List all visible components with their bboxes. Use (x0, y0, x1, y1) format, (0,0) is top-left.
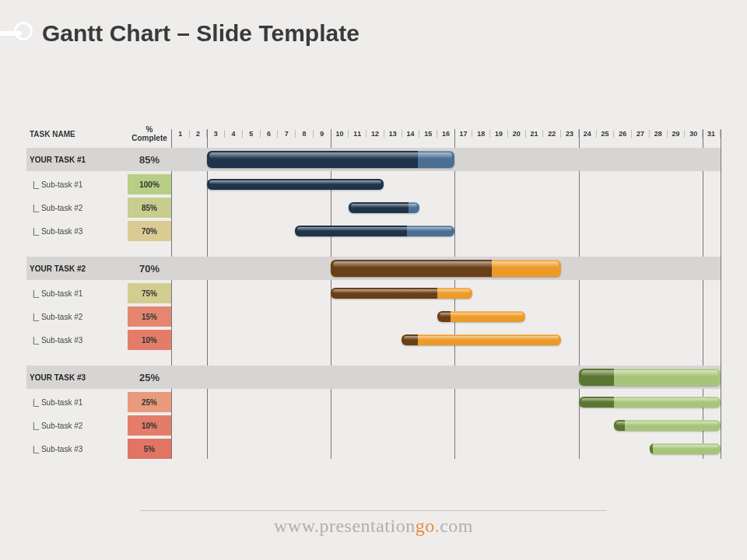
day-header: 27 (631, 130, 649, 138)
bar-area (171, 257, 721, 280)
gantt-bar-sub (295, 226, 454, 236)
gantt-bar-sub (437, 311, 526, 322)
day-header: 12 (366, 130, 384, 138)
day-header: 17 (454, 130, 472, 138)
subtask-row: |_ Sub-task #370% (26, 221, 721, 241)
pct-cell: 70% (128, 257, 171, 280)
day-header: 18 (472, 130, 489, 138)
task-name: |_ Sub-task #1 (26, 180, 128, 189)
pct-cell: 15% (128, 306, 171, 327)
gantt-bar-parent (207, 151, 455, 168)
day-header: 30 (684, 130, 702, 138)
day-header: 21 (525, 130, 543, 138)
task-name: YOUR TASK #3 (26, 373, 128, 382)
gantt-bar-sub (579, 397, 721, 408)
footer-url: www.presentationgo.com (0, 516, 747, 537)
day-header: 9 (313, 130, 331, 138)
slide-header: Gantt Chart – Slide Template (0, 17, 359, 50)
gantt-bar-sub (207, 179, 384, 190)
gridline (721, 129, 721, 459)
task-name: |_ Sub-task #1 (26, 398, 128, 407)
footer-text-post: .com (435, 516, 473, 536)
day-header: 16 (437, 130, 454, 138)
task-name: |_ Sub-task #1 (26, 289, 128, 298)
task-name: |_ Sub-task #3 (26, 336, 128, 345)
day-header: 1 (171, 130, 189, 138)
bar-area (171, 330, 721, 350)
bar-area (171, 306, 721, 327)
subtask-row: |_ Sub-task #175% (26, 283, 721, 303)
subtask-row: |_ Sub-task #35% (26, 439, 721, 459)
task-name: YOUR TASK #1 (26, 156, 128, 164)
day-header: 29 (667, 130, 685, 138)
gantt-bar-sub (349, 202, 419, 213)
footer-text-accent: go (416, 516, 435, 536)
day-header: 13 (384, 130, 402, 138)
subtask-row: |_ Sub-task #1100% (26, 174, 721, 194)
day-header: 3 (206, 130, 224, 138)
task-row: YOUR TASK #270% (26, 257, 721, 280)
pct-cell: 85% (128, 148, 171, 171)
subtask-row: |_ Sub-task #210% (26, 415, 721, 436)
day-header: 26 (613, 130, 631, 138)
day-header: 23 (560, 130, 578, 138)
day-header: 22 (542, 130, 560, 138)
task-row: YOUR TASK #185% (26, 148, 721, 171)
task-name: |_ Sub-task #2 (26, 204, 128, 212)
task-name: |_ Sub-task #2 (26, 313, 128, 321)
gantt-bar-sub (650, 443, 721, 454)
pct-cell: 5% (128, 439, 171, 459)
day-header: 15 (419, 130, 437, 138)
pct-cell: 25% (128, 366, 171, 389)
footer-rule (140, 510, 607, 511)
day-header: 14 (402, 130, 419, 138)
subtask-row: |_ Sub-task #285% (26, 198, 721, 218)
day-header: 25 (596, 130, 614, 138)
pct-cell: 75% (128, 283, 171, 303)
subtask-row: |_ Sub-task #310% (26, 330, 721, 350)
pct-cell: 70% (128, 221, 171, 241)
task-name: |_ Sub-task #2 (26, 422, 128, 430)
footer-text-pre: www.presentation (274, 516, 416, 536)
timeline-header: 1234567891011121314151617181920212223242… (171, 130, 721, 138)
bar-area (171, 415, 721, 436)
day-header: 2 (189, 130, 207, 138)
day-header: 11 (348, 130, 366, 138)
gantt-bar-parent (331, 260, 561, 277)
task-name: |_ Sub-task #3 (26, 227, 128, 236)
title-decoration (0, 17, 33, 50)
day-header: 10 (331, 130, 349, 138)
bar-area (171, 221, 721, 241)
header-row: TASK NAME % Complete 1234567891011121314… (26, 124, 721, 143)
column-header-task: TASK NAME (26, 130, 128, 138)
pct-cell: 100% (128, 174, 171, 194)
day-header: 7 (277, 130, 295, 138)
bar-area (171, 198, 721, 218)
pct-cell: 10% (128, 415, 171, 436)
bar-area (171, 439, 721, 459)
task-row: YOUR TASK #325% (26, 366, 721, 389)
bar-area (171, 392, 721, 412)
day-header: 31 (702, 130, 721, 138)
day-header: 8 (295, 130, 313, 138)
day-header: 4 (224, 130, 242, 138)
day-header: 19 (489, 130, 507, 138)
gantt-bar-sub (614, 420, 721, 431)
slide-title: Gantt Chart – Slide Template (42, 20, 359, 47)
footer: www.presentationgo.com (0, 510, 747, 537)
task-name: YOUR TASK #2 (26, 264, 128, 273)
day-header: 24 (578, 130, 596, 138)
subtask-row: |_ Sub-task #125% (26, 392, 721, 412)
bar-area (171, 283, 721, 303)
day-header: 20 (507, 130, 525, 138)
pct-cell: 85% (128, 198, 171, 218)
chart-body: YOUR TASK #185%|_ Sub-task #1100%|_ Sub-… (26, 148, 721, 459)
bar-area (171, 366, 721, 389)
column-header-pct: % Complete (128, 125, 171, 142)
day-header: 28 (649, 130, 667, 138)
bar-area (171, 174, 721, 194)
gantt-bar-sub (402, 334, 561, 345)
pct-cell: 25% (128, 392, 171, 412)
gantt-chart: TASK NAME % Complete 1234567891011121314… (26, 124, 721, 459)
gantt-bar-parent (579, 369, 721, 386)
